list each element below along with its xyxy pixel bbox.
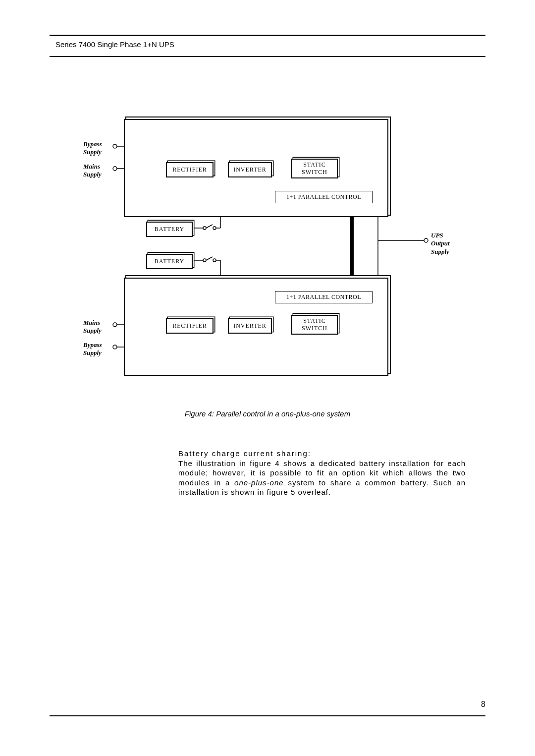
svg-point-39	[213, 227, 216, 230]
static-switch-line1: STATIC	[292, 161, 337, 169]
rectifier-block-top: RECTIFIER	[166, 162, 214, 177]
static-switch-line2: SWITCH	[292, 169, 337, 176]
bypass-supply-label-bottom: Bypass Supply	[83, 341, 102, 357]
section-heading: Battery charge current sharing:	[178, 449, 311, 458]
ups-output-supply-label: UPS Output Supply	[431, 232, 450, 256]
page-number: 8	[481, 700, 485, 709]
static-switch-line2b: SWITCH	[292, 325, 337, 332]
mains-supply-label-bottom: Mains Supply	[83, 319, 102, 335]
battery-block-bottom: BATTERY	[146, 254, 193, 269]
svg-rect-47	[350, 216, 354, 278]
parallel-control-top: 1+1 PARALLEL CONTROL	[275, 191, 373, 203]
svg-point-37	[203, 227, 206, 230]
inverter-block-bottom: INVERTER	[228, 318, 272, 334]
svg-point-2	[113, 323, 117, 327]
parallel-control-bottom: 1+1 PARALLEL CONTROL	[275, 291, 373, 303]
svg-point-3	[113, 345, 117, 349]
svg-line-51	[206, 257, 213, 260]
svg-point-0	[113, 144, 117, 148]
bypass-supply-label-top: Bypass Supply	[83, 140, 102, 157]
svg-point-50	[203, 259, 206, 262]
figure-caption: Figure 4: Parallel control in a one-plus…	[50, 409, 485, 418]
static-switch-block-bottom: STATIC SWITCH	[291, 315, 338, 335]
paragraph-part-b: one-plus-one	[234, 478, 284, 487]
svg-line-38	[206, 225, 213, 228]
svg-point-52	[213, 259, 216, 262]
svg-point-4	[424, 238, 428, 242]
rectifier-block-bottom: RECTIFIER	[166, 318, 214, 334]
header-rule: Series 7400 Single Phase 1+N UPS	[50, 35, 485, 57]
diagram-figure-4: RECTIFIER INVERTER STATIC SWITCH 1+1 PAR…	[79, 116, 466, 392]
body-text-block: Battery charge current sharing: The illu…	[178, 449, 466, 497]
static-switch-line1b: STATIC	[292, 317, 337, 325]
document-header: Series 7400 Single Phase 1+N UPS	[50, 36, 485, 49]
battery-block-top: BATTERY	[146, 222, 193, 237]
inverter-block-top: INVERTER	[228, 162, 272, 177]
mains-supply-label-top: Mains Supply	[83, 163, 102, 179]
svg-point-1	[113, 167, 117, 171]
static-switch-block-top: STATIC SWITCH	[291, 159, 338, 178]
footer-rule	[50, 715, 485, 716]
